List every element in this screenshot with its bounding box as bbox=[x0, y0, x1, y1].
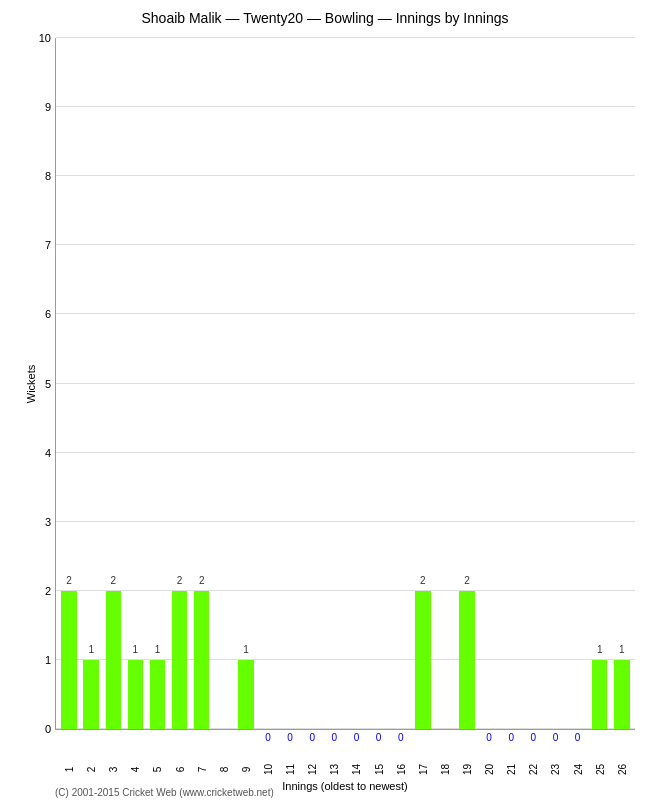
y-axis-label: 10 bbox=[31, 32, 51, 44]
bar: 2 bbox=[106, 591, 121, 729]
x-tick-label: 5 bbox=[152, 767, 163, 773]
zero-label: 0 bbox=[486, 732, 492, 743]
x-tick-label: 1 bbox=[64, 767, 75, 773]
bar-group: 011 bbox=[279, 38, 301, 729]
bar-value-label: 1 bbox=[619, 644, 625, 655]
x-tick-label: 6 bbox=[174, 767, 185, 773]
bar: 1 bbox=[614, 660, 629, 729]
bar-group: 013 bbox=[323, 38, 345, 729]
y-axis-label: 1 bbox=[31, 654, 51, 666]
x-tick-label: 8 bbox=[218, 767, 229, 773]
x-tick-label: 19 bbox=[462, 764, 473, 775]
bar-group: 024 bbox=[567, 38, 589, 729]
bar-group: 015 bbox=[368, 38, 390, 729]
bar-group: 016 bbox=[390, 38, 412, 729]
bar-group: 23 bbox=[102, 38, 124, 729]
bar: 1 bbox=[592, 660, 607, 729]
x-tick-label: 7 bbox=[196, 767, 207, 773]
bar-group: 014 bbox=[345, 38, 367, 729]
bar-group: 27 bbox=[191, 38, 213, 729]
x-tick-label: 9 bbox=[240, 767, 251, 773]
x-tick-label: 3 bbox=[108, 767, 119, 773]
bar-group: 19 bbox=[235, 38, 257, 729]
bar-value-label: 2 bbox=[199, 575, 205, 586]
x-tick-label: 14 bbox=[351, 764, 362, 775]
bar-group: 020 bbox=[478, 38, 500, 729]
x-tick-label: 4 bbox=[130, 767, 141, 773]
x-tick-label: 20 bbox=[484, 764, 495, 775]
bar-group: 26 bbox=[169, 38, 191, 729]
bar: 1 bbox=[83, 660, 98, 729]
bar: 2 bbox=[172, 591, 187, 729]
bar-value-label: 2 bbox=[110, 575, 116, 586]
x-tick-label: 2 bbox=[86, 767, 97, 773]
chart-container: Shoaib Malik — Twenty20 — Bowling — Inni… bbox=[0, 0, 650, 800]
bar-group: 125 bbox=[589, 38, 611, 729]
x-tick-label: 17 bbox=[417, 764, 428, 775]
bar: 2 bbox=[415, 591, 430, 729]
x-tick-label: 11 bbox=[285, 764, 296, 775]
bar-group: 21 bbox=[58, 38, 80, 729]
y-axis-label: 7 bbox=[31, 239, 51, 251]
copyright: (C) 2001-2015 Cricket Web (www.cricketwe… bbox=[55, 787, 274, 798]
y-axis-label: 2 bbox=[31, 585, 51, 597]
bar-group: 14 bbox=[124, 38, 146, 729]
chart-area: 0123456789102112231415262781901001101201… bbox=[55, 38, 635, 730]
x-tick-label: 15 bbox=[373, 764, 384, 775]
bar-group: 18 bbox=[434, 38, 456, 729]
zero-label: 0 bbox=[575, 732, 581, 743]
bar: 2 bbox=[459, 591, 474, 729]
bar-group: 022 bbox=[522, 38, 544, 729]
y-axis-label: 3 bbox=[31, 516, 51, 528]
bar-group: 15 bbox=[146, 38, 168, 729]
bar-value-label: 2 bbox=[177, 575, 183, 586]
bar: 2 bbox=[194, 591, 209, 729]
zero-label: 0 bbox=[398, 732, 404, 743]
y-axis-label: 6 bbox=[31, 308, 51, 320]
x-tick-label: 13 bbox=[329, 764, 340, 775]
bar-value-label: 1 bbox=[243, 644, 249, 655]
y-axis-label: 0 bbox=[31, 723, 51, 735]
zero-label: 0 bbox=[508, 732, 514, 743]
bar: 1 bbox=[238, 660, 253, 729]
zero-label: 0 bbox=[376, 732, 382, 743]
x-tick-label: 12 bbox=[307, 764, 318, 775]
x-tick-label: 10 bbox=[263, 764, 274, 775]
bar-value-label: 1 bbox=[155, 644, 161, 655]
x-tick-label: 25 bbox=[594, 764, 605, 775]
x-tick-label: 26 bbox=[616, 764, 627, 775]
y-axis-label: 4 bbox=[31, 447, 51, 459]
zero-label: 0 bbox=[265, 732, 271, 743]
bar-group: 010 bbox=[257, 38, 279, 729]
bar: 1 bbox=[150, 660, 165, 729]
bar-group: 8 bbox=[213, 38, 235, 729]
x-tick-label: 24 bbox=[572, 764, 583, 775]
zero-label: 0 bbox=[354, 732, 360, 743]
zero-label: 0 bbox=[287, 732, 293, 743]
x-tick-label: 18 bbox=[439, 764, 450, 775]
zero-label: 0 bbox=[553, 732, 559, 743]
x-tick-label: 22 bbox=[528, 764, 539, 775]
bar: 2 bbox=[61, 591, 76, 729]
y-axis-label: 5 bbox=[31, 378, 51, 390]
bar-group: 021 bbox=[500, 38, 522, 729]
bar-group: 219 bbox=[456, 38, 478, 729]
zero-label: 0 bbox=[332, 732, 338, 743]
bar-value-label: 1 bbox=[88, 644, 94, 655]
bar-value-label: 2 bbox=[420, 575, 426, 586]
bar-group: 217 bbox=[412, 38, 434, 729]
bar-value-label: 2 bbox=[464, 575, 470, 586]
bar: 1 bbox=[128, 660, 143, 729]
bar-value-label: 1 bbox=[133, 644, 139, 655]
x-tick-label: 16 bbox=[395, 764, 406, 775]
x-tick-label: 21 bbox=[506, 764, 517, 775]
zero-label: 0 bbox=[531, 732, 537, 743]
zero-label: 0 bbox=[309, 732, 315, 743]
bars-wrapper: 2112231415262781901001101201301401501621… bbox=[56, 38, 635, 729]
x-tick-label: 23 bbox=[550, 764, 561, 775]
bar-group: 126 bbox=[611, 38, 633, 729]
bar-value-label: 2 bbox=[66, 575, 72, 586]
y-axis-label: 9 bbox=[31, 101, 51, 113]
bar-group: 012 bbox=[301, 38, 323, 729]
bar-value-label: 1 bbox=[597, 644, 603, 655]
